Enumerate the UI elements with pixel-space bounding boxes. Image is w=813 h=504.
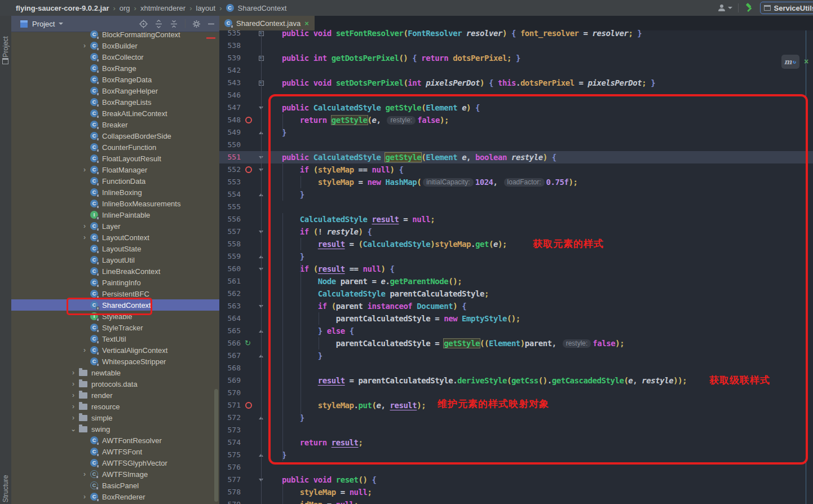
tree-item-layoutstate[interactable]: ›CLayoutState (11, 243, 220, 254)
code-line-556[interactable]: 556 CalculatedStyle result = null; (219, 213, 813, 226)
build-hammer-icon[interactable] (744, 3, 754, 13)
gutter[interactable]: 548 (219, 114, 264, 126)
tree-item-sharedcontext[interactable]: ›CSharedContext (11, 299, 220, 311)
tree-item-floatlayoutresult[interactable]: ›CFloatLayoutResult (11, 153, 220, 164)
chevron-right-icon[interactable]: › (68, 401, 79, 412)
gutter[interactable]: 561 (219, 275, 264, 288)
code-line-558[interactable]: 558 result = (CalculatedStyle)styleMap.g… (219, 238, 813, 250)
breadcrumb-item[interactable]: flying-saucer-core-9.0.2.jar (16, 4, 109, 12)
collapse-all-icon[interactable] (170, 20, 178, 28)
gutter[interactable]: 553 (219, 176, 264, 188)
gutter[interactable]: 543+ (219, 77, 264, 89)
chevron-right-icon[interactable]: › (79, 344, 90, 356)
tree-item-verticalaligncontext[interactable]: ›CVerticalAlignContext (11, 344, 220, 356)
tree-item-styleable[interactable]: ›IStyleable (11, 311, 220, 322)
code-line-543[interactable]: 543+ public void setDotsPerPixel(int pix… (219, 77, 813, 89)
tree-item-inlineboxmeasurements[interactable]: ›CInlineBoxMeasurements (11, 198, 220, 209)
gutter[interactable]: 577 (219, 474, 264, 486)
code-line-551[interactable]: 551 public CalculatedStyle getStyle(Elem… (219, 151, 813, 163)
expand-all-icon[interactable] (154, 20, 163, 28)
gutter[interactable]: 578 (219, 486, 264, 498)
gutter[interactable]: 551 (219, 151, 264, 163)
tree-item-boxrenderer[interactable]: ›CBoxRenderer (11, 491, 220, 502)
gutter[interactable]: 563 (219, 300, 264, 312)
code-line-538[interactable]: 538 (219, 39, 813, 52)
gutter[interactable]: 574 (219, 436, 264, 449)
gutter[interactable]: 559 (219, 250, 264, 263)
gutter[interactable]: 539+ (219, 52, 264, 64)
code-line-573[interactable]: 573 (219, 424, 813, 436)
tree-item-basicpanel[interactable]: ›CBasicPanel (11, 480, 220, 491)
tree-item-boxbuilder[interactable]: ›CBoxBuilder (11, 40, 220, 51)
gutter[interactable]: 572 (219, 412, 264, 424)
code-line-568[interactable]: 568 (219, 362, 813, 374)
editor-floating-widget[interactable]: m↻ (781, 55, 799, 69)
chevron-right-icon[interactable]: › (79, 491, 90, 502)
tree-item-counterfunction[interactable]: ›CCounterFunction (11, 142, 220, 153)
tree-item-breakatlinecontext[interactable]: ›CBreakAtLineContext (11, 108, 220, 119)
tree-item-layoututil[interactable]: ›CLayoutUtil (11, 254, 220, 266)
hide-panel-icon[interactable] (207, 20, 215, 28)
gutter[interactable]: 547 (219, 101, 264, 114)
chevron-right-icon[interactable]: › (79, 232, 90, 243)
tree-item-simple[interactable]: ›simple (11, 412, 220, 423)
gutter[interactable]: 569 (219, 374, 264, 387)
tree-item-styletracker[interactable]: ›CStyleTracker (11, 322, 220, 333)
gutter[interactable]: 557 (219, 226, 264, 238)
chevron-right-icon[interactable]: › (79, 40, 90, 51)
tree-item-floatmanager[interactable]: ›CFloatManager (11, 164, 220, 175)
code-line-565[interactable]: 565 } else { (219, 325, 813, 337)
gutter[interactable]: 549 (219, 126, 264, 139)
breadcrumb-item[interactable]: SharedContext (238, 4, 287, 12)
tree-item-inlinepaintable[interactable]: ›IInlinePaintable (11, 209, 220, 220)
tree-scrollbar[interactable] (214, 389, 218, 502)
code-line-539[interactable]: 539+ public int getDotsPerPixel() { retu… (219, 52, 813, 64)
tab-close-icon[interactable]: × (304, 19, 309, 28)
tree-item-inlineboxing[interactable]: ›CInlineBoxing (11, 187, 220, 198)
code-line-572[interactable]: 572 } (219, 412, 813, 424)
chevron-right-icon[interactable]: › (68, 412, 79, 423)
tree-item-boxrangehelper[interactable]: ›CBoxRangeHelper (11, 85, 220, 96)
chevron-right-icon[interactable]: › (79, 468, 90, 480)
code-line-549[interactable]: 549 } (219, 126, 813, 139)
code-line-548[interactable]: 548 return getStyle(e, restyle:false); (219, 114, 813, 126)
gutter[interactable]: 538 (219, 39, 264, 52)
tree-item-paintinginfo[interactable]: ›CPaintingInfo (11, 277, 220, 288)
chevron-right-icon[interactable]: › (79, 220, 90, 232)
gutter[interactable]: 558 (219, 238, 264, 250)
gutter[interactable]: 575 (219, 449, 264, 461)
tree-item-collapsedborderside[interactable]: ›CCollapsedBorderSide (11, 130, 220, 142)
code-line-554[interactable]: 554 } (219, 188, 813, 201)
code-line-546[interactable]: 546 (219, 89, 813, 101)
breakpoint-icon[interactable] (245, 117, 252, 123)
breadcrumb-item[interactable]: layout (196, 4, 216, 12)
breakpoint-icon[interactable] (245, 166, 252, 173)
code-line-576[interactable]: 576 (219, 461, 813, 474)
code-line-535[interactable]: 535+ public void setFontResolver(FontRes… (219, 27, 813, 39)
breadcrumb-item[interactable]: org (120, 4, 130, 12)
tree-item-awtfsglyphvector[interactable]: ›CAWTFSGlyphVector (11, 457, 220, 468)
gutter[interactable]: 567 (219, 350, 264, 362)
gutter[interactable]: 568 (219, 362, 264, 374)
code-line-564[interactable]: 564 parentCalculatedStyle = new EmptySty… (219, 312, 813, 325)
gutter[interactable]: 546 (219, 89, 264, 101)
run-configuration-selector[interactable]: ServiceUtils (760, 2, 813, 14)
gutter[interactable]: 564 (219, 312, 264, 325)
code-line-561[interactable]: 561 Node parent = e.getParentNode(); (219, 275, 813, 288)
float-widget-close-icon[interactable]: × (804, 57, 808, 66)
locate-icon[interactable] (139, 20, 148, 28)
code-line-550[interactable]: 550 (219, 139, 813, 151)
code-line-577[interactable]: 577 public void reset() { (219, 474, 813, 486)
tree-item-protocols.data[interactable]: ›protocols.data (11, 378, 220, 390)
tree-item-boxrange[interactable]: ›CBoxRange (11, 63, 220, 74)
tree-item-layoutcontext[interactable]: ›CLayoutContext (11, 232, 220, 243)
code-line-578[interactable]: 578 styleMap = null; (219, 486, 813, 498)
gutter[interactable]: 535+ (219, 27, 264, 39)
gutter[interactable]: 571 (219, 399, 264, 412)
code-line-560[interactable]: 560 if (result == null) { (219, 263, 813, 275)
tree-item-layer[interactable]: ›CLayer (11, 220, 220, 232)
code-line-567[interactable]: 567 } (219, 350, 813, 362)
tree-item-render[interactable]: ›render (11, 390, 220, 401)
tree-item-persistentbfc[interactable]: ›CPersistentBFC (11, 288, 220, 299)
tree-item-swing[interactable]: ⌄swing (11, 423, 220, 435)
